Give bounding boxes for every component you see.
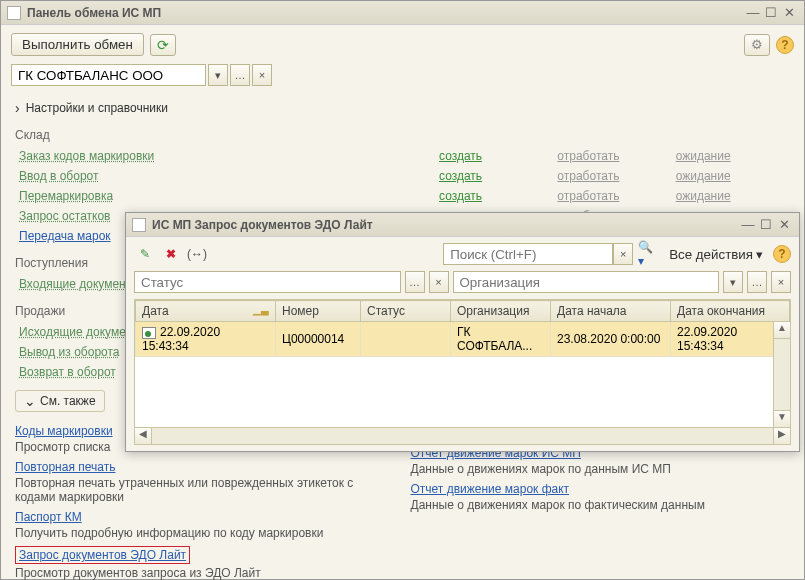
col-date[interactable]: Дата▁▃ bbox=[136, 301, 276, 322]
see-also-desc: Данные о движениях марок по фактическим … bbox=[411, 496, 791, 518]
sales-row-link[interactable]: Возврат в оборот bbox=[19, 365, 116, 379]
see-also-link[interactable]: Коды маркировки bbox=[15, 424, 113, 438]
wait-link[interactable]: ожидание bbox=[676, 149, 731, 163]
col-end[interactable]: Дата окончания bbox=[671, 301, 790, 322]
see-also-link[interactable]: Паспорт КМ bbox=[15, 510, 82, 524]
search-clear-button[interactable]: × bbox=[613, 243, 633, 265]
navigate-button[interactable]: (↔) bbox=[186, 243, 208, 265]
organization-input[interactable] bbox=[11, 64, 206, 86]
header-row: Дата▁▃ Номер Статус Организация Дата нач… bbox=[136, 301, 790, 322]
exchange-button[interactable]: Выполнить обмен bbox=[11, 33, 144, 56]
see-also-link[interactable]: Повторная печать bbox=[15, 460, 115, 474]
create-link[interactable]: создать bbox=[439, 169, 482, 183]
warehouse-row-link[interactable]: Передача марок bbox=[19, 229, 111, 243]
col-number[interactable]: Номер bbox=[276, 301, 361, 322]
scroll-down-button[interactable]: ▼ bbox=[774, 410, 790, 427]
search-input[interactable] bbox=[443, 243, 613, 265]
status-filter-input[interactable] bbox=[134, 271, 401, 293]
see-also-label: См. также bbox=[40, 394, 96, 408]
cell-status bbox=[361, 322, 451, 357]
filter-row: … × ▾ … × bbox=[126, 269, 799, 299]
see-also-link-edo[interactable]: Запрос документов ЭДО Лайт bbox=[19, 548, 186, 562]
warehouse-heading: Склад bbox=[15, 124, 790, 146]
wait-link[interactable]: ожидание bbox=[676, 189, 731, 203]
scroll-up-button[interactable]: ▲ bbox=[774, 322, 790, 339]
organization-dropdown-button[interactable]: ▾ bbox=[208, 64, 228, 86]
warehouse-row-link[interactable]: Заказ кодов маркировки bbox=[19, 149, 154, 163]
table-row: Заказ кодов маркировки создать отработат… bbox=[15, 146, 790, 166]
col-start[interactable]: Дата начала bbox=[551, 301, 671, 322]
main-toolbar: Выполнить обмен ? bbox=[1, 25, 804, 62]
sub-help-icon[interactable]: ? bbox=[773, 245, 791, 263]
cell-start: 23.08.2020 0:00:00 bbox=[551, 322, 671, 357]
minimize-button[interactable]: — bbox=[744, 5, 762, 20]
settings-expander-label: Настройки и справочники bbox=[26, 101, 168, 115]
refresh-button[interactable] bbox=[150, 34, 176, 56]
settings-button[interactable] bbox=[744, 34, 770, 56]
see-also-desc: Повторная печать утраченных или поврежде… bbox=[15, 474, 395, 510]
organization-pick-button[interactable]: … bbox=[230, 64, 250, 86]
cell-end: 22.09.2020 15:43:34 bbox=[671, 322, 790, 357]
see-also-expander[interactable]: См. также bbox=[15, 390, 105, 412]
see-also-link[interactable]: Отчет движение марок факт bbox=[411, 482, 570, 496]
sales-row-link[interactable]: Вывод из оборота bbox=[19, 345, 120, 359]
document-icon bbox=[132, 218, 146, 232]
all-actions-button[interactable]: Все действия ▾ bbox=[663, 245, 769, 264]
sub-toolbar: ✎ ✖ (↔) × 🔍▾ Все действия ▾ ? bbox=[126, 237, 799, 269]
create-link[interactable]: создать bbox=[439, 149, 482, 163]
vertical-scrollbar[interactable]: ▲ ▼ bbox=[773, 322, 790, 427]
process-link[interactable]: отработать bbox=[557, 149, 619, 163]
col-org[interactable]: Организация bbox=[451, 301, 551, 322]
wait-link[interactable]: ожидание bbox=[676, 169, 731, 183]
create-link[interactable]: создать bbox=[439, 189, 482, 203]
sub-maximize-button[interactable]: ☐ bbox=[757, 217, 775, 232]
horizontal-scrollbar[interactable]: ◀ ▶ bbox=[135, 427, 790, 444]
maximize-button[interactable]: ☐ bbox=[762, 5, 780, 20]
edit-button[interactable]: ✎ bbox=[134, 243, 156, 265]
sub-minimize-button[interactable]: — bbox=[739, 217, 757, 232]
main-titlebar: Панель обмена ИС МП — ☐ ✕ bbox=[1, 1, 804, 25]
sub-close-button[interactable]: ✕ bbox=[775, 217, 793, 232]
settings-expander[interactable]: Настройки и справочники bbox=[15, 96, 790, 124]
organization-row: ▾ … × bbox=[1, 62, 804, 96]
org-filter-input[interactable] bbox=[453, 271, 720, 293]
see-also-desc: Данные о движениях марок по данным ИС МП bbox=[411, 460, 791, 482]
chevron-down-icon bbox=[24, 393, 36, 409]
sub-titlebar: ИС МП Запрос документов ЭДО Лайт — ☐ ✕ bbox=[126, 213, 799, 237]
document-icon bbox=[7, 6, 21, 20]
warehouse-row-link[interactable]: Ввод в оборот bbox=[19, 169, 99, 183]
receipts-row-link[interactable]: Входящие документы bbox=[19, 277, 140, 291]
search-button[interactable]: 🔍▾ bbox=[637, 243, 659, 265]
delete-button[interactable]: ✖ bbox=[160, 243, 182, 265]
scroll-right-button[interactable]: ▶ bbox=[773, 428, 790, 444]
table-row: Перемаркировка создать отработать ожидан… bbox=[15, 186, 790, 206]
col-status[interactable]: Статус bbox=[361, 301, 451, 322]
warehouse-row-link[interactable]: Запрос остатков bbox=[19, 209, 110, 223]
data-row[interactable]: 22.09.2020 15:43:34 Ц00000014 ГК СОФТБАЛ… bbox=[136, 322, 790, 357]
scroll-left-button[interactable]: ◀ bbox=[135, 428, 152, 444]
main-title: Панель обмена ИС МП bbox=[27, 6, 744, 20]
cell-number: Ц00000014 bbox=[276, 322, 361, 357]
process-link[interactable]: отработать bbox=[557, 169, 619, 183]
org-clear-button[interactable]: × bbox=[771, 271, 791, 293]
help-icon[interactable]: ? bbox=[776, 36, 794, 54]
sort-icon: ▁▃ bbox=[253, 304, 269, 315]
org-dropdown-button[interactable]: ▾ bbox=[723, 271, 743, 293]
table-row: Ввод в оборот создать отработать ожидани… bbox=[15, 166, 790, 186]
close-button[interactable]: ✕ bbox=[780, 5, 798, 20]
warehouse-row-link[interactable]: Перемаркировка bbox=[19, 189, 113, 203]
data-table: Дата▁▃ Номер Статус Организация Дата нач… bbox=[135, 300, 790, 357]
sub-title: ИС МП Запрос документов ЭДО Лайт bbox=[152, 218, 739, 232]
row-document-icon bbox=[142, 327, 156, 339]
process-link[interactable]: отработать bbox=[557, 189, 619, 203]
cell-org: ГК СОФТБАЛА... bbox=[451, 322, 551, 357]
gear-icon bbox=[751, 37, 763, 52]
highlighted-link-box: Запрос документов ЭДО Лайт bbox=[15, 546, 190, 564]
organization-clear-button[interactable]: × bbox=[252, 64, 272, 86]
status-pick-button[interactable]: … bbox=[405, 271, 425, 293]
chevron-right-icon bbox=[15, 100, 20, 116]
status-clear-button[interactable]: × bbox=[429, 271, 449, 293]
data-table-container: Дата▁▃ Номер Статус Организация Дата нач… bbox=[134, 299, 791, 445]
refresh-icon bbox=[157, 37, 169, 53]
org-pick-button[interactable]: … bbox=[747, 271, 767, 293]
